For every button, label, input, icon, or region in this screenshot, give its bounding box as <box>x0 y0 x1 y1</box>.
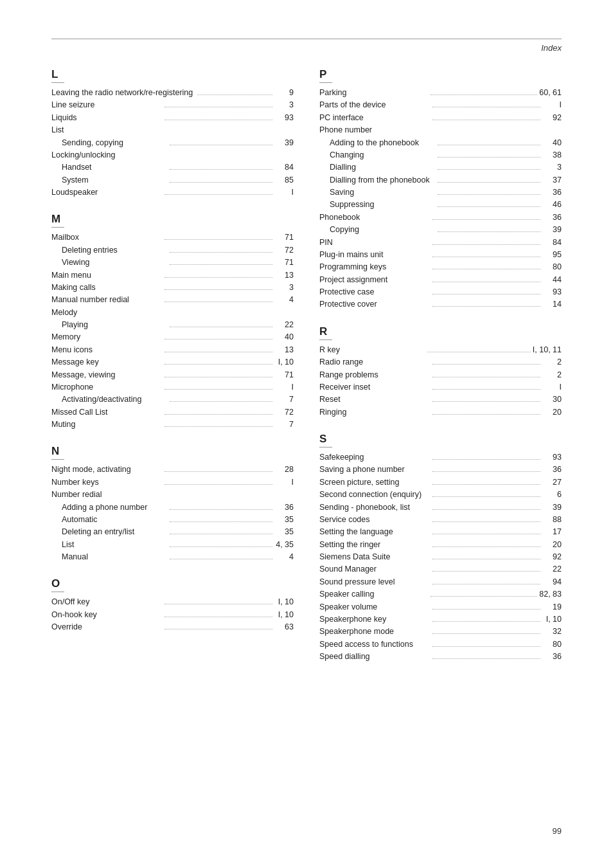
entry-name: Dialling <box>319 161 436 174</box>
entry-dots <box>164 484 273 485</box>
index-entry: Playing22 <box>51 319 294 331</box>
entry-dots <box>438 194 541 195</box>
entry-dots <box>197 95 272 95</box>
index-entry: Programming keys80 <box>319 261 562 273</box>
entry-page: I, 10, 11 <box>533 344 562 356</box>
entry-page: 17 <box>542 526 562 538</box>
entry-page: 7 <box>274 419 294 431</box>
entry-dots <box>432 658 541 659</box>
entry-name: Manual number redial <box>51 294 163 306</box>
index-entry: Setting the ringer20 <box>319 539 562 551</box>
index-entry: LoudspeakerI <box>51 186 294 199</box>
entry-page: 36 <box>542 186 562 199</box>
entry-name: Phonebook <box>319 212 431 224</box>
entry-page: 84 <box>274 161 294 174</box>
entry-page: 4 <box>274 551 294 563</box>
entry-page: 30 <box>542 393 562 406</box>
entry-page: 3 <box>274 282 294 294</box>
entry-name: Deleting an entry/list <box>51 526 168 538</box>
entry-page: 71 <box>274 369 294 381</box>
index-entry: Plug-in mains unit95 <box>319 249 562 261</box>
section-letter: N <box>51 445 64 460</box>
entry-name: Deleting entries <box>51 244 168 257</box>
header-rule <box>51 39 562 39</box>
entry-page: I, 10 <box>274 609 294 621</box>
index-entry: Missed Call List72 <box>51 406 294 419</box>
entry-page: I, 10 <box>274 356 294 368</box>
entry-name: Activating/deactivating <box>51 393 168 406</box>
index-entry: Making calls3 <box>51 282 294 294</box>
entry-name: Saving <box>319 186 436 199</box>
entry-name: On-hook key <box>51 609 163 621</box>
entry-page: 9 <box>274 87 294 99</box>
entry-page: 88 <box>542 514 562 526</box>
index-section: NNight mode, activating28Number keysINum… <box>51 445 294 563</box>
entry-page: 71 <box>274 231 294 244</box>
entry-dots <box>164 414 273 415</box>
index-section: RR keyI, 10, 11Radio range2Range problem… <box>319 325 562 419</box>
index-entry: Second connection (enquiry)6 <box>319 489 562 501</box>
index-entry: Saving a phone number36 <box>319 464 562 476</box>
entry-page: 40 <box>274 331 294 343</box>
index-entry: Manual4 <box>51 551 294 563</box>
entry-name: Melody <box>51 307 294 319</box>
entry-page: 7 <box>274 393 294 406</box>
entry-dots <box>164 426 273 427</box>
index-entry: Protective cover14 <box>319 298 562 311</box>
index-entry: Number keysI <box>51 476 294 489</box>
index-entry: Message keyI, 10 <box>51 356 294 368</box>
entry-name: Range problems <box>319 369 431 381</box>
index-entry: Locking/unlocking <box>51 149 294 161</box>
entry-dots <box>164 120 273 120</box>
entry-page: I <box>274 381 294 393</box>
header-title: Index <box>541 43 562 53</box>
section-letter: S <box>319 433 332 448</box>
entry-dots <box>431 95 537 95</box>
entry-name: Speaker calling <box>319 588 429 601</box>
entry-name: Menu icons <box>51 344 163 356</box>
entry-dots <box>170 145 273 145</box>
entry-name: PIN <box>319 237 431 249</box>
entry-name: Service codes <box>319 514 431 526</box>
entry-dots <box>164 617 273 617</box>
entry-dots <box>164 302 273 302</box>
entry-dots <box>432 521 541 522</box>
entry-dots <box>432 559 541 559</box>
entry-name: Receiver inset <box>319 381 431 393</box>
index-entry: Sending - phonebook, list39 <box>319 502 562 514</box>
section-letter: O <box>51 577 64 592</box>
index-entry: Message, viewing71 <box>51 369 294 381</box>
index-entry: Leaving the radio network/re-registering… <box>51 87 294 99</box>
index-entry: MicrophoneI <box>51 381 294 393</box>
entry-page: 14 <box>542 298 562 311</box>
entry-name: Sound pressure level <box>319 576 431 588</box>
entry-page: 13 <box>274 344 294 356</box>
entry-dots <box>164 629 273 629</box>
section-letter: P <box>319 68 332 83</box>
entry-page: 63 <box>274 621 294 633</box>
index-entry: Muting7 <box>51 419 294 431</box>
index-entry: Suppressing46 <box>319 199 562 211</box>
index-section: SSafekeeping93Saving a phone number36Scr… <box>319 433 562 663</box>
entry-page: 39 <box>542 502 562 514</box>
index-entry: Phonebook36 <box>319 212 562 224</box>
entry-name: Memory <box>51 331 163 343</box>
index-entry: Receiver insetI <box>319 381 562 393</box>
entry-page: 4, 35 <box>274 539 294 551</box>
entry-dots <box>432 646 541 647</box>
index-entry: Deleting entries72 <box>51 244 294 257</box>
entry-page: 6 <box>542 489 562 501</box>
entry-page: 2 <box>542 356 562 368</box>
entry-dots <box>432 609 541 610</box>
index-entry: Dialling3 <box>319 161 562 174</box>
entry-name: Override <box>51 621 163 633</box>
entry-name: Muting <box>51 419 163 431</box>
entry-name: Setting the ringer <box>319 539 431 551</box>
index-entry: Night mode, activating28 <box>51 464 294 476</box>
entry-dots <box>432 633 541 634</box>
index-entry: Service codes88 <box>319 514 562 526</box>
entry-name: Parking <box>319 87 429 99</box>
index-entry: Adding a phone number36 <box>51 502 294 514</box>
index-entry: Ringing20 <box>319 406 562 419</box>
entry-dots <box>170 559 273 559</box>
